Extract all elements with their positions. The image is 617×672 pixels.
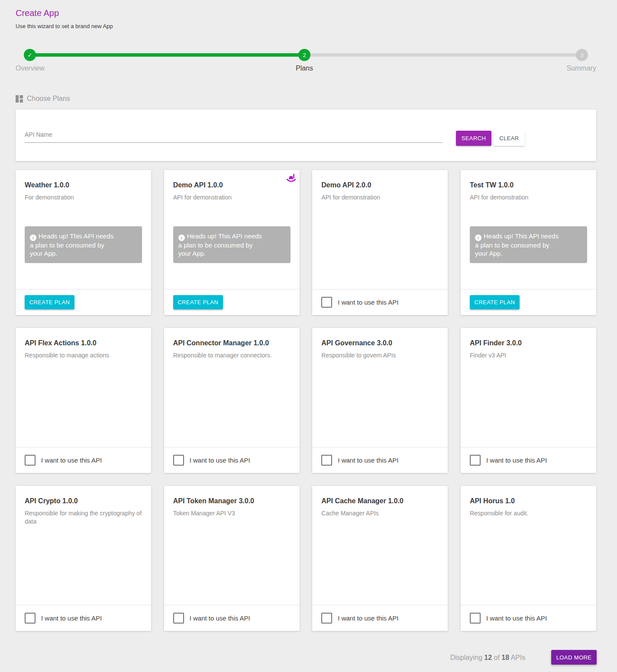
api-card-body: API Flex Actions 1.0.0 Responsible to ma… — [16, 328, 151, 447]
use-api-checkbox-label: I want to use this API — [338, 457, 398, 464]
api-card-title: Demo API 2.0.0 — [312, 170, 448, 189]
plan-needed-notice: iHeads up! This API needs a plan to be c… — [25, 226, 142, 263]
use-api-checkbox[interactable] — [321, 613, 332, 624]
api-card-body: API Cache Manager 1.0.0 Cache Manager AP… — [312, 486, 448, 604]
info-icon: i — [30, 235, 36, 241]
api-card: API Crypto 1.0.0 Responsible for making … — [16, 486, 151, 631]
use-api-checkbox[interactable] — [321, 297, 332, 308]
api-card-body: API Finder 3.0.0 Finder v3 API — [461, 328, 596, 447]
load-more-button[interactable]: LOAD MORE — [551, 650, 597, 665]
api-card: API Cache Manager 1.0.0 Cache Manager AP… — [312, 486, 448, 631]
page-title: Create App — [16, 8, 59, 18]
use-api-checkbox[interactable] — [321, 455, 332, 466]
api-card-body: Demo API 2.0.0 API for demonstration — [312, 170, 448, 289]
plan-needed-notice: iHeads up! This API needs a plan to be c… — [173, 226, 291, 263]
create-plan-button[interactable]: CREATE PLAN — [25, 295, 74, 309]
api-card-body: API Horus 1.0 Responsible for audit. — [461, 486, 596, 604]
api-card: API Flex Actions 1.0.0 Responsible to ma… — [16, 328, 151, 473]
use-api-checkbox-row[interactable]: I want to use this API — [470, 455, 547, 466]
api-card-title: API Governance 3.0.0 — [312, 328, 448, 347]
api-card-description: Responsible to manage actions — [16, 347, 151, 360]
api-card-footer: I want to use this API — [461, 447, 596, 473]
api-card-description: For demonstration — [16, 189, 151, 202]
use-api-checkbox[interactable] — [25, 455, 36, 466]
use-api-checkbox[interactable] — [470, 613, 481, 624]
api-card: Demo API 1.0.0 API for demonstration iHe… — [164, 170, 300, 315]
use-api-checkbox[interactable] — [173, 455, 184, 466]
use-api-checkbox-row[interactable]: I want to use this API — [321, 297, 398, 308]
api-card: API Token Manager 3.0.0 Token Manager AP… — [164, 486, 300, 631]
api-card: Weather 1.0.0 For demonstration iHeads u… — [16, 170, 151, 315]
step-overview-label: Overview — [16, 64, 45, 72]
step-number: 3 — [580, 52, 583, 58]
step-overview-circle[interactable]: ✓ — [24, 49, 36, 61]
use-api-checkbox-label: I want to use this API — [486, 614, 547, 622]
dashboard-icon — [16, 95, 23, 103]
api-card-description: Finder v3 API — [461, 347, 596, 360]
api-card-body: API Token Manager 3.0.0 Token Manager AP… — [164, 486, 300, 604]
api-card: Test TW 1.0.0 API for demonstration iHea… — [461, 170, 596, 315]
api-card-description: API for demonstration — [164, 189, 300, 202]
stepper-remaining-line — [304, 53, 582, 57]
api-card: API Connector Manager 1.0.0 Responsible … — [164, 328, 300, 473]
use-api-checkbox-label: I want to use this API — [190, 614, 250, 622]
stepper-progress-line — [30, 53, 304, 57]
api-card-body: Weather 1.0.0 For demonstration iHeads u… — [16, 170, 151, 289]
use-api-checkbox-row[interactable]: I want to use this API — [173, 613, 250, 624]
api-card-footer: I want to use this API — [164, 447, 300, 473]
total-count: 18 — [501, 654, 509, 661]
api-card-footer: CREATE PLAN — [164, 289, 300, 315]
api-card-footer: I want to use this API — [461, 605, 596, 631]
api-card-title: Weather 1.0.0 — [16, 170, 151, 189]
step-summary-label: Summary — [567, 64, 596, 72]
create-plan-button[interactable]: CREATE PLAN — [470, 295, 520, 309]
plan-needed-notice: iHeads up! This API needs a plan to be c… — [470, 226, 587, 263]
api-card-description: API for demonstration — [461, 189, 596, 202]
use-api-checkbox-row[interactable]: I want to use this API — [25, 455, 102, 466]
use-api-checkbox-row[interactable]: I want to use this API — [470, 613, 547, 624]
api-card-description: Cache Manager APIs — [312, 505, 448, 518]
api-card-description: Token Manager API V3 — [164, 505, 300, 518]
use-api-checkbox[interactable] — [173, 613, 184, 624]
api-card-description: API for demonstration — [312, 189, 448, 202]
info-icon: i — [178, 235, 185, 241]
api-card-title: API Crypto 1.0.0 — [16, 486, 151, 505]
use-api-checkbox-row[interactable]: I want to use this API — [321, 455, 398, 466]
clear-button[interactable]: CLEAR — [494, 131, 525, 146]
api-card-body: API Connector Manager 1.0.0 Responsible … — [164, 328, 300, 447]
create-plan-button[interactable]: CREATE PLAN — [173, 295, 223, 309]
check-icon: ✓ — [28, 52, 32, 58]
info-icon: i — [475, 235, 481, 241]
api-name-input[interactable] — [25, 131, 443, 143]
api-card-title: Demo API 1.0.0 — [164, 170, 300, 189]
api-card-footer: CREATE PLAN — [461, 289, 596, 315]
use-api-checkbox[interactable] — [470, 455, 481, 466]
use-api-checkbox-row[interactable]: I want to use this API — [25, 613, 102, 624]
use-api-checkbox-label: I want to use this API — [41, 614, 102, 622]
api-card-description: Responsible to govern APIs — [312, 347, 448, 360]
displaying-of: of — [494, 654, 500, 661]
api-card-title: Test TW 1.0.0 — [461, 170, 596, 189]
step-summary-circle[interactable]: 3 — [576, 49, 588, 61]
step-plans-label: Plans — [296, 64, 313, 72]
api-card-body: API Crypto 1.0.0 Responsible for making … — [16, 486, 151, 604]
api-card-title: API Connector Manager 1.0.0 — [164, 328, 300, 347]
api-card-footer: I want to use this API — [16, 447, 151, 473]
api-card: Demo API 2.0.0 API for demonstration I w… — [312, 170, 448, 315]
use-api-checkbox-row[interactable]: I want to use this API — [173, 455, 250, 466]
api-card-footer: I want to use this API — [312, 289, 448, 315]
api-card-footer: I want to use this API — [164, 605, 300, 631]
choose-plans-label: Choose Plans — [27, 95, 70, 103]
shown-count: 12 — [484, 654, 492, 661]
use-api-checkbox-label: I want to use this API — [338, 614, 398, 622]
use-api-checkbox-row[interactable]: I want to use this API — [321, 613, 398, 624]
search-button[interactable]: SEARCH — [456, 131, 491, 146]
choose-plans-heading: Choose Plans — [16, 95, 70, 103]
use-api-checkbox[interactable] — [25, 613, 36, 624]
step-plans-circle[interactable]: 2 — [298, 49, 310, 61]
use-api-checkbox-label: I want to use this API — [486, 457, 547, 464]
use-api-checkbox-label: I want to use this API — [338, 299, 398, 306]
api-card: API Horus 1.0 Responsible for audit. I w… — [461, 486, 596, 631]
api-card-title: API Horus 1.0 — [461, 486, 596, 505]
api-card-title: API Token Manager 3.0.0 — [164, 486, 300, 505]
